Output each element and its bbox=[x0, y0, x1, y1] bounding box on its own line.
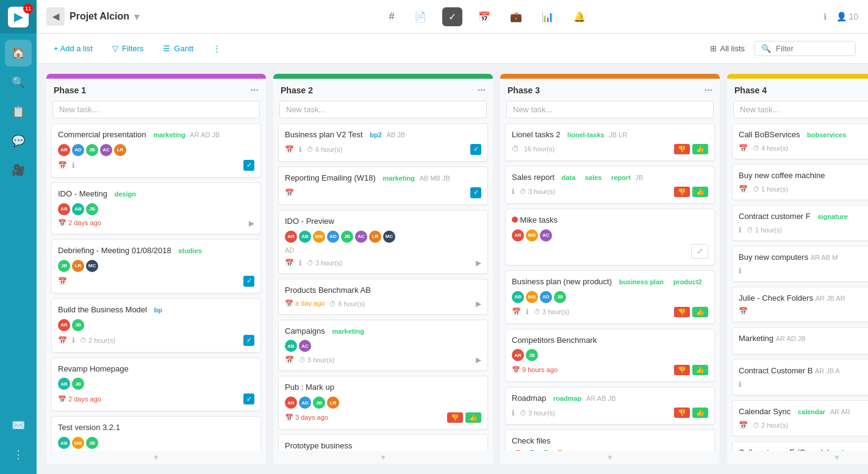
card-title: Build the Business Model bp bbox=[58, 305, 254, 315]
column-phase1-header: Phase 1 ··· bbox=[46, 79, 266, 101]
card-actions: 👎 👍 bbox=[674, 187, 708, 197]
action-btn-red[interactable]: 👎 bbox=[674, 408, 690, 418]
card-footer: 📅 a day ago ⏱ 6 hour(s) ▶ bbox=[285, 300, 481, 308]
expand-icon[interactable]: ▶ bbox=[476, 300, 481, 308]
action-btn-green[interactable]: 👍 bbox=[692, 408, 708, 418]
card-time: ⏱ 3 hour(s) bbox=[299, 356, 334, 364]
card-time: ⏱ 3 hour(s) bbox=[307, 259, 342, 267]
scroll-down-phase4[interactable]: ▼ bbox=[727, 451, 868, 464]
search-input[interactable] bbox=[776, 44, 849, 53]
card-title: IDO - Meeting design bbox=[58, 189, 254, 199]
gantt-button[interactable]: ☰ Gantt bbox=[158, 41, 198, 56]
tool-doc[interactable]: 📄 bbox=[411, 7, 430, 26]
card-title: Buy new computers AR AB M bbox=[739, 253, 868, 263]
task-checkbox[interactable]: ✓ bbox=[470, 187, 481, 198]
sidebar-item-video[interactable]: 🎥 bbox=[5, 157, 32, 184]
new-task-phase1[interactable]: New task... bbox=[52, 101, 260, 118]
action-btn-green[interactable]: 👍 bbox=[692, 365, 708, 375]
action-btn-red[interactable]: 👎 bbox=[674, 144, 690, 154]
sidebar-item-chat[interactable]: 💬 bbox=[5, 127, 32, 154]
all-lists-label: All lists bbox=[720, 44, 745, 53]
sidebar-item-search[interactable]: 🔍 bbox=[5, 69, 32, 96]
action-btn-red[interactable]: 👎 bbox=[674, 365, 690, 375]
more-button[interactable]: ⋮ bbox=[208, 41, 226, 56]
sidebar-item-more[interactable]: ⋮ bbox=[5, 441, 32, 468]
project-dropdown-icon[interactable]: ▾ bbox=[134, 11, 139, 23]
avatar-ab: AB bbox=[512, 291, 524, 303]
action-btn-green[interactable]: 👍 bbox=[692, 144, 708, 154]
task-checkbox[interactable]: ✓ bbox=[243, 393, 254, 404]
card-contract-customer-f: Contract customer F signature ℹ ⏱ 1 hour… bbox=[732, 205, 868, 241]
avatar-jb: JB bbox=[72, 319, 84, 331]
card-business-plan-new-product: Business plan (new product) business pla… bbox=[505, 270, 715, 324]
column-phase1-menu[interactable]: ··· bbox=[251, 85, 259, 96]
action-btn-green[interactable]: 👍 bbox=[692, 187, 708, 197]
card-mike-tasks: Mike tasks AR MB AC ⤢ bbox=[505, 209, 715, 265]
sidebar-item-list[interactable]: 📋 bbox=[5, 98, 32, 125]
card-title: Roadmap roadmap AR AB JB bbox=[512, 393, 708, 404]
tool-hashtag[interactable]: # bbox=[386, 7, 398, 26]
card-footer: 📅 ✓ bbox=[58, 276, 254, 287]
tool-bell[interactable]: 🔔 bbox=[570, 7, 589, 26]
add-list-label: + Add a list bbox=[54, 44, 93, 53]
tag-marketing: marketing bbox=[151, 131, 188, 139]
tool-briefcase[interactable]: 💼 bbox=[506, 7, 526, 26]
column-phase2-menu[interactable]: ··· bbox=[478, 85, 486, 96]
add-list-button[interactable]: + Add a list bbox=[49, 41, 98, 56]
info-icon: ℹ bbox=[299, 145, 302, 154]
tag-signature: signature bbox=[815, 212, 850, 221]
expand-icon[interactable]: ▶ bbox=[476, 259, 481, 267]
card-title: Check files bbox=[512, 436, 708, 447]
scroll-down-phase3[interactable]: ▼ bbox=[500, 451, 720, 464]
tool-chart[interactable]: 📊 bbox=[538, 7, 558, 26]
board: Phase 1 ··· New task... Commercial prese… bbox=[37, 64, 868, 474]
card-time: ⏱ 3 hour(s) bbox=[520, 409, 555, 417]
tag-product2: product2 bbox=[671, 278, 705, 286]
expand-icon[interactable]: ▶ bbox=[476, 356, 481, 364]
task-checkbox[interactable]: ✓ bbox=[243, 160, 254, 171]
project-title-area: ◀ Projet Alcion ▾ bbox=[46, 7, 139, 26]
column-phase4-header: Phase 4 ··· bbox=[727, 79, 868, 101]
action-btn-green[interactable]: 👍 bbox=[692, 307, 708, 317]
avatar-jb: JB bbox=[72, 378, 84, 390]
tool-tasks[interactable]: ✓ bbox=[442, 7, 462, 26]
action-btn-red[interactable]: 👎 bbox=[447, 412, 463, 423]
scroll-down-phase1[interactable]: ▼ bbox=[46, 451, 266, 464]
task-checkbox[interactable]: ✓ bbox=[470, 144, 481, 155]
task-checkbox[interactable]: ✓ bbox=[243, 335, 254, 346]
card-contract-customer-b: Contract Customer B AR JB A ℹ bbox=[732, 359, 868, 395]
toolbar: + Add a list ▽ Filters ☰ Gantt ⋮ ⊞ All l… bbox=[37, 34, 868, 64]
scroll-down-phase2[interactable]: ▼ bbox=[273, 451, 493, 464]
action-btn-red[interactable]: 👎 bbox=[674, 187, 690, 197]
all-lists-button[interactable]: ⊞ All lists bbox=[710, 44, 745, 53]
card-date: 📅 3 days ago bbox=[285, 414, 328, 422]
expand-icon[interactable]: ▶ bbox=[249, 219, 254, 228]
column-phase1-bar bbox=[46, 74, 266, 79]
sidebar-item-home[interactable]: 🏠 bbox=[5, 40, 32, 66]
avatar-mc: MC bbox=[383, 231, 395, 243]
card-avatars: AR AD JB LR bbox=[285, 397, 481, 409]
card-time: ⏱ 1 hour(s) bbox=[753, 185, 788, 193]
new-task-phase3[interactable]: New task... bbox=[506, 101, 714, 118]
filters-button[interactable]: ▽ Filters bbox=[107, 41, 148, 56]
card-footer: 📅 ℹ ⏱ 3 hour(s) 👎 👍 bbox=[512, 307, 708, 317]
calendar-icon: 📅 bbox=[285, 145, 294, 154]
info-icon: ℹ bbox=[739, 267, 742, 275]
calendar-icon: 📅 bbox=[739, 421, 748, 429]
action-btn-red[interactable]: 👎 bbox=[674, 307, 690, 317]
card-campaigns: Campaigns marketing AB AC 📅 ⏱ 3 hour(s) … bbox=[278, 320, 488, 372]
card-date: 📅 2 days ago bbox=[58, 219, 101, 227]
sidebar-item-mail[interactable]: ✉️ bbox=[5, 412, 32, 439]
card-title: Sales report data sales report JB bbox=[512, 173, 708, 183]
avatar-mb: MB bbox=[526, 291, 538, 303]
resize-handle[interactable]: ⤢ bbox=[691, 244, 708, 259]
tool-calendar[interactable]: 📅 bbox=[475, 7, 494, 26]
column-phase3-menu[interactable]: ··· bbox=[705, 85, 712, 96]
calendar-icon: 📅 bbox=[739, 144, 748, 153]
app-logo[interactable]: ▶ 11 bbox=[0, 0, 37, 34]
new-task-phase4[interactable]: New task... bbox=[733, 101, 868, 118]
calendar-icon: 📅 bbox=[58, 277, 67, 285]
task-checkbox[interactable]: ✓ bbox=[243, 276, 254, 287]
action-btn-green[interactable]: 👍 bbox=[465, 412, 481, 423]
new-task-phase2[interactable]: New task... bbox=[279, 101, 487, 118]
